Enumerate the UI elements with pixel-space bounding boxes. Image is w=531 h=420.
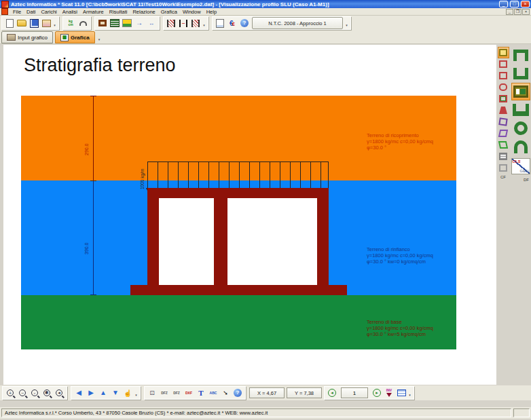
pan-left-button[interactable]: ◀ (73, 387, 85, 399)
layers-button[interactable] (395, 387, 407, 399)
annotation-line: φ=30.0 ° (367, 145, 433, 151)
menu-relazione[interactable]: Relazione (130, 9, 158, 15)
quad-shape-icon (498, 117, 507, 126)
arrow-down-icon: ▼ (112, 389, 119, 396)
annotation-line: φ=30.0 ° kw=5 kg/cmq/cm (367, 331, 433, 337)
cf-label: CF (500, 175, 506, 179)
analysis-group-dropdown[interactable]: ▾ (202, 18, 206, 28)
zoom-previous-button[interactable]: ◂ (53, 387, 65, 399)
horseshoe-section-button[interactable] (511, 138, 530, 155)
spellcheck-button[interactable]: ABC (207, 387, 219, 399)
shape-tool-4[interactable] (498, 81, 509, 93)
minimize-button[interactable]: _ (499, 1, 508, 7)
file-tools-icon (42, 20, 51, 27)
pan-up-button[interactable]: ▲ (97, 387, 109, 399)
dfz-export-button[interactable]: DFZ (158, 387, 170, 399)
shape-tool-7[interactable] (498, 116, 509, 128)
shape-tool-6[interactable] (498, 104, 509, 116)
tab-bar-dropdown[interactable]: ▾ (97, 32, 102, 43)
u-section-button[interactable] (511, 64, 530, 82)
analysis-wall-button[interactable] (165, 18, 177, 29)
menu-armature[interactable]: Armature (80, 9, 107, 15)
computo-button[interactable]: € € (226, 18, 238, 29)
menu-grafica[interactable]: Grafica (158, 9, 180, 15)
menu-dati[interactable]: Dati (24, 9, 38, 15)
print-preview-button[interactable]: ⊡ (146, 387, 158, 399)
hatched-wall-icon (167, 20, 175, 27)
geometry-button[interactable] (96, 18, 109, 29)
shape-tool-1[interactable] (498, 47, 509, 58)
circular-section-button[interactable] (511, 119, 530, 137)
report-button[interactable] (214, 18, 226, 29)
file-tools-button[interactable] (40, 18, 52, 29)
right-tool-panel: CF CLS GEN DF (496, 44, 531, 385)
tab-input-grafico-label: Input grafico (18, 35, 48, 41)
dfz-import-button[interactable]: DFZ (170, 387, 183, 399)
inv-button[interactable]: INV (383, 387, 395, 399)
menu-file[interactable]: File (10, 9, 24, 15)
zoom-extents-button[interactable]: ✱ (41, 387, 53, 399)
zoom-in-button[interactable]: + (4, 387, 16, 399)
zoom-window-button[interactable]: ▫ (29, 387, 41, 399)
context-help-button[interactable]: ? (232, 387, 244, 399)
tab-grafica[interactable]: ▦ Grafica (55, 31, 95, 43)
u-flanged-section-button[interactable] (511, 101, 530, 119)
analysis-wall2-button[interactable] (189, 18, 202, 29)
help-button[interactable]: ? (238, 18, 251, 29)
design-code-selector[interactable]: N.T.C. 2008 - Approccio 1 (252, 17, 343, 29)
menu-analisi[interactable]: Analisi (60, 9, 80, 15)
mdi-close-button[interactable]: × (522, 9, 530, 15)
two-cell-box-button[interactable] (511, 83, 530, 100)
pan-hand-button[interactable]: ☝ (122, 387, 134, 399)
pointer-icon: ➘ (223, 389, 228, 396)
dimensions-button[interactable]: ↔ (145, 18, 158, 29)
pointer-tool-button[interactable]: ➘ (219, 387, 232, 399)
diagram-button[interactable]: ~ (177, 18, 189, 29)
drawing-canvas[interactable]: Stratigrafia terreno 290.0 390.0 1000 kg… (3, 45, 496, 385)
dxf-export-button[interactable]: DXF (183, 387, 195, 399)
phase-group-dropdown[interactable]: ▾ (407, 387, 412, 398)
units-button[interactable]: kg cm (65, 18, 77, 29)
previous-phase-button[interactable]: ◂ (326, 387, 338, 399)
open-file-button[interactable] (16, 18, 28, 29)
zoom-out-button[interactable]: − (16, 387, 29, 399)
distributed-load (147, 161, 329, 188)
pan-right-button[interactable]: ▶ (85, 387, 97, 399)
shape-tool-2[interactable] (498, 58, 509, 70)
foundation-button[interactable] (121, 18, 133, 29)
materials-button[interactable] (109, 18, 121, 29)
section-type-column: CLS GEN DF (511, 46, 530, 182)
box-shape-icon (499, 49, 507, 56)
shape-tool-10[interactable] (498, 151, 509, 162)
shape-tool-11[interactable] (498, 162, 509, 174)
norms-button[interactable] (77, 18, 89, 29)
code-selector-dropdown[interactable]: ▾ (344, 18, 349, 28)
mdi-minimize-button[interactable]: _ (506, 9, 513, 15)
shape-tool-8[interactable] (498, 128, 509, 139)
menu-risultati[interactable]: Risultati (107, 9, 130, 15)
text-tool-button[interactable]: T (195, 387, 207, 399)
menu-window[interactable]: Window (180, 9, 204, 15)
loads-button[interactable]: → (133, 18, 145, 29)
file-group-dropdown[interactable]: ▾ (52, 18, 57, 28)
shape-tool-5[interactable] (498, 93, 509, 104)
tab-grafica-label: Grafica (71, 35, 90, 41)
cls-gen-button[interactable]: CLS GEN (511, 158, 530, 174)
close-button[interactable]: × (521, 1, 530, 7)
maximize-button[interactable]: □ (510, 1, 519, 7)
pan-hand-icon: ☝ (124, 389, 132, 397)
drafting-table-icon (7, 34, 16, 41)
portal-section-button[interactable] (511, 46, 530, 64)
mdi-restore-button[interactable]: ❐ (514, 9, 521, 15)
pan-down-button[interactable]: ▼ (109, 387, 122, 399)
pan-group-dropdown[interactable]: ▾ (134, 387, 139, 398)
save-file-button[interactable] (28, 18, 40, 29)
shape-tool-3[interactable] (498, 70, 509, 81)
menu-help[interactable]: Help (204, 9, 219, 15)
next-phase-button[interactable]: ▸ (371, 387, 383, 399)
new-file-button[interactable] (3, 18, 16, 29)
shape-tool-9[interactable] (498, 139, 509, 151)
tab-input-grafico[interactable]: Input grafico (1, 31, 53, 43)
menu-carichi[interactable]: Carichi (38, 9, 59, 15)
inv-icon: INV (386, 389, 392, 397)
